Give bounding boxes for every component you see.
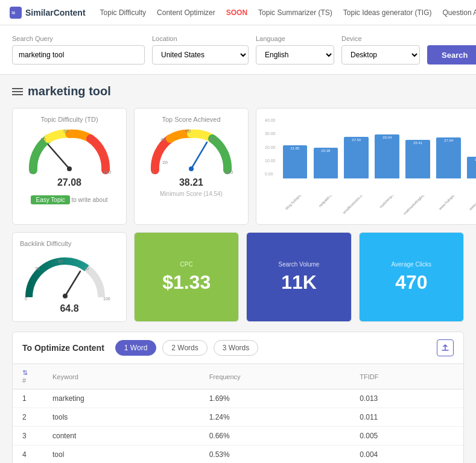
svg-point-10	[189, 166, 194, 171]
logo-icon: ≈	[10, 7, 22, 19]
search-query-input[interactable]	[12, 45, 145, 65]
table-row: 1 marketing 1.69% 0.013	[13, 389, 463, 408]
svg-text:0: 0	[151, 169, 154, 175]
avg-clicks-card: Average Clicks 470	[359, 232, 464, 322]
top-row: Topic Difficulty (TD) 0 100 50 30 27.08 …	[12, 108, 464, 225]
bar-value: 20.39	[321, 149, 330, 153]
bar-column: 27.04	[434, 121, 463, 178]
svg-text:20: 20	[162, 160, 168, 165]
location-select[interactable]: United States	[152, 45, 249, 65]
svg-text:60: 60	[185, 128, 191, 134]
bar-chart-area: 40.00 30.00 20.00 10.00 0.00 21.8520.392…	[264, 116, 476, 194]
bar-label: smallbusiness.chron.com	[342, 195, 371, 215]
top-score-title: Top Score Achieved	[162, 116, 220, 123]
nav-topic-summarizer[interactable]: Topic Summarizer (TS)	[258, 8, 332, 17]
sort-icon[interactable]: ⇅	[22, 369, 28, 376]
backlink-gauge: 0 100 50 35 70	[20, 252, 110, 300]
bar-label: blog.hubspot.com	[285, 195, 308, 210]
table-row: 4 tool 0.53% 0.004	[13, 446, 463, 464]
topic-difficulty-badge-row: Easy Topic to write about	[31, 192, 107, 204]
search-query-label: Search Query	[12, 35, 145, 42]
bar-value: 25.41	[413, 141, 422, 145]
language-select[interactable]: English	[256, 45, 334, 65]
bar-value: 29.04	[382, 136, 392, 139]
bar-chart-bars: 21.8520.3927.5029.0425.4127.0414.5438.43…	[281, 121, 476, 178]
nav-soon[interactable]: SOON	[226, 8, 247, 17]
svg-text:0: 0	[25, 297, 27, 301]
tab-2-words[interactable]: 2 Words	[162, 340, 207, 356]
svg-text:0: 0	[30, 169, 33, 175]
bar-label: mailchimp.com	[379, 195, 399, 209]
avg-clicks-value: 470	[392, 271, 432, 294]
language-field: Language English	[256, 35, 334, 65]
search-volume-title: Search Volume	[279, 261, 320, 268]
col-frequency: Frequency	[200, 364, 351, 389]
tab-1-word[interactable]: 1 Word	[115, 340, 156, 356]
search-button[interactable]: Search	[427, 45, 476, 65]
location-field: Location United States	[152, 35, 249, 65]
bar-label: www.semrush.com	[469, 195, 476, 211]
svg-text:100: 100	[103, 297, 110, 301]
tab-3-words[interactable]: 3 Words	[214, 340, 258, 356]
menu-icon[interactable]	[12, 88, 23, 95]
svg-text:40: 40	[160, 137, 166, 142]
bar-column: 14.54	[465, 121, 476, 178]
svg-text:100: 100	[225, 169, 233, 175]
page-title-row: marketing tool	[12, 84, 464, 98]
bar-column: 29.04	[373, 121, 402, 178]
cell-num: 4	[13, 446, 43, 464]
col-tfidf: TFIDF	[350, 364, 463, 389]
bar-column: 21.85	[281, 121, 309, 178]
bar-label: emailmarketingbusiness.com	[404, 195, 433, 215]
top-score-value: 38.21	[179, 177, 203, 188]
header: ≈ SimilarContent Topic Difficulty Conten…	[0, 0, 476, 25]
search-volume-card: Search Volume 11K	[246, 232, 351, 322]
search-query-field: Search Query	[12, 35, 145, 65]
location-label: Location	[152, 35, 249, 42]
cell-tfidf: 0.011	[350, 408, 463, 427]
bar-chart-card: ⋮⋮ 40.00 30.00 20.00 10.00 0.00 21.8520.…	[256, 108, 476, 225]
top-score-gauge: 0 100 60 40 80 20	[149, 128, 233, 176]
cell-frequency: 0.66%	[200, 427, 351, 446]
cpc-value: $1.33	[162, 271, 211, 294]
svg-text:50: 50	[58, 259, 63, 263]
optimize-header: To Optimize Content 1 Word 2 Words 3 Wor…	[13, 332, 463, 364]
svg-point-4	[67, 166, 72, 171]
cell-frequency: 1.24%	[200, 408, 351, 427]
nav-topic-difficulty[interactable]: Topic Difficulty	[100, 8, 146, 17]
cell-keyword: marketing	[43, 389, 200, 408]
nav-content-optimizer[interactable]: Content Optimizer	[157, 8, 215, 17]
device-select[interactable]: Desktop	[341, 45, 420, 65]
bar-column: 25.41	[404, 121, 433, 178]
cell-num: 3	[13, 427, 43, 446]
svg-text:70: 70	[84, 266, 89, 271]
cell-num: 1	[13, 389, 43, 408]
col-keyword: Keyword	[43, 364, 200, 389]
upload-button[interactable]	[437, 339, 454, 356]
nav-question-analyzer[interactable]: Question Analyzer (QA)	[443, 8, 476, 17]
svg-line-9	[191, 142, 207, 169]
device-label: Device	[341, 35, 420, 42]
min-score-label: Minimum Score (14.54)	[160, 191, 223, 197]
cell-tfidf: 0.013	[350, 389, 463, 408]
cell-keyword: tool	[43, 446, 200, 464]
nav-topic-ideas[interactable]: Topic Ideas generator (TIG)	[343, 8, 432, 17]
bar-column: 27.50	[342, 121, 371, 178]
cpc-card: CPC $1.33	[134, 232, 239, 322]
easy-topic-suffix: to write about	[71, 197, 107, 203]
svg-text:35: 35	[35, 266, 40, 271]
bottom-row: Backlink Difficulty 0 100 50 35 7	[12, 232, 464, 322]
cpc-title: CPC	[162, 261, 211, 268]
bar-value: 27.50	[352, 138, 361, 142]
backlink-value: 64.8	[20, 303, 119, 314]
optimize-section: To Optimize Content 1 Word 2 Words 3 Wor…	[12, 332, 464, 463]
cell-frequency: 0.53%	[200, 446, 351, 464]
topic-difficulty-gauge: 0 100 50 30	[27, 128, 112, 176]
logo[interactable]: ≈ SimilarContent	[10, 7, 86, 19]
table-row: 3 content 0.66% 0.005	[13, 427, 463, 446]
svg-text:80: 80	[209, 137, 215, 142]
bar-value: 27.04	[444, 139, 453, 142]
device-field: Device Desktop	[341, 35, 420, 65]
bar-labels-row: blog.hubspot.comneilpatel.comsmallbusine…	[264, 195, 476, 217]
bar-label: www.hubspot.com	[438, 195, 462, 210]
